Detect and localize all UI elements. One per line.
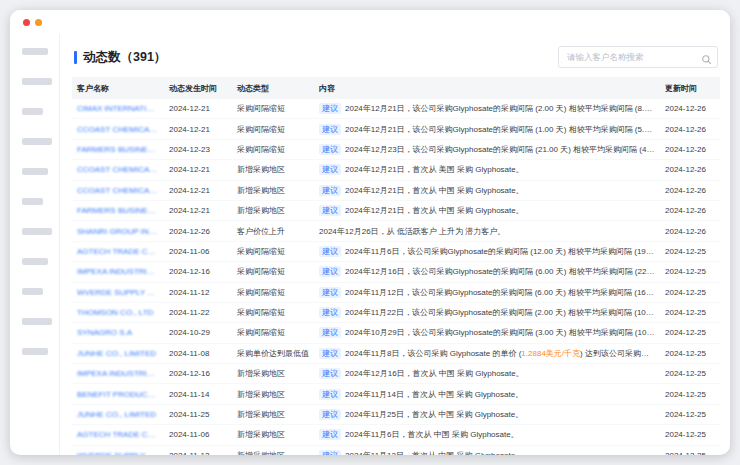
table-row: JUNHE CO., LIMITED 2024-11-25 新增采购地区 建议2… [72,405,720,425]
suggestion-badge: 建议 [319,205,341,216]
content-cell: 建议2024年12月23日，该公司采购Glyphosate的采购间隔 (21.0… [314,144,660,155]
sidebar-item[interactable] [22,198,43,205]
customer-link[interactable]: CCOAST CHEMICALS 3 LLC [72,186,164,195]
column-header-content: 内容 [314,83,660,94]
type-cell: 新增采购地区 [232,389,314,400]
type-cell: 新增采购地区 [232,164,314,175]
type-cell: 采购间隔缩短 [232,266,314,277]
content-cell: 建议2024年11月25日，首次从 中国 采购 Glyphosate。 [314,409,660,420]
occurred-cell: 2024-11-06 [164,247,232,256]
sidebar-item[interactable] [22,108,43,115]
content-cell: 建议2024年11月22日，该公司采购Glyphosate的采购间隔 (2.00… [314,307,660,318]
occurred-cell: 2024-12-21 [164,206,232,215]
customer-link[interactable]: SYNAGRO S.A [72,328,164,337]
updated-cell: 2024-12-25 [660,349,720,358]
customer-link[interactable]: JUNHE CO., LIMITED [72,410,164,419]
sidebar-item[interactable] [22,138,52,145]
type-cell: 新增采购地区 [232,368,314,379]
customer-link[interactable]: BENEFIT PRODUCTIO... [72,390,164,399]
suggestion-badge: 建议 [319,287,341,298]
updated-cell: 2024-12-26 [660,145,720,154]
content-cell: 建议2024年12月21日，首次从 美国 采购 Glyphosate。 [314,164,660,175]
customer-link[interactable]: AGTECH TRADE COMPA... [72,247,164,256]
occurred-cell: 2024-11-06 [164,430,232,439]
page-title: 动态数（391） [74,49,166,66]
content-cell: 建议2024年12月21日，首次从 中国 采购 Glyphosate。 [314,185,660,196]
occurred-cell: 2024-11-12 [164,451,232,455]
content-cell: 建议2024年12月21日，该公司采购Glyphosate的采购间隔 (2.00… [314,103,660,114]
customer-link[interactable]: JUNHE CO., LIMITED [72,349,164,358]
table-row: THOMSON CO., LTD 2024-11-22 采购间隔缩短 建议202… [72,303,720,323]
customer-link[interactable]: SHANRI GROUP INTER... [72,227,164,236]
sidebar-item[interactable] [22,318,52,325]
occurred-cell: 2024-12-21 [164,186,232,195]
type-cell: 新增采购地区 [232,205,314,216]
column-header-updated: 更新时间 [660,83,720,94]
main-content: 动态数（391） 客户名称 动态发生时间 动态类型 [60,34,730,455]
content-text: 2024年11月25日，首次从 中国 采购 Glyphosate。 [345,410,523,419]
content-text: 2024年11月6日，该公司采购Glyphosate的采购间隔 (12.00 天… [345,247,660,256]
customer-link[interactable]: THOMSON CO., LTD [72,308,164,317]
sidebar-item[interactable] [22,168,48,175]
sidebar-item[interactable] [22,78,52,85]
sidebar-item[interactable] [22,48,48,55]
content-text: 2024年12月16日，首次从 中国 采购 Glyphosate。 [345,369,524,378]
suggestion-badge: 建议 [319,164,341,175]
updated-cell: 2024-12-26 [660,206,720,215]
occurred-cell: 2024-10-29 [164,328,232,337]
content-cell: 建议2024年12月21日，首次从 中国 采购 Glyphosate。 [314,205,660,216]
type-cell: 采购间隔缩短 [232,144,314,155]
customer-link[interactable]: IMPEXA INDUSTRIAL STRA... [72,369,164,378]
content-text: 2024年12月21日，首次从 美国 采购 Glyphosate。 [345,165,524,174]
updated-cell: 2024-12-25 [660,410,720,419]
type-cell: 采购间隔缩短 [232,307,314,318]
occurred-cell: 2024-12-21 [164,104,232,113]
updated-cell: 2024-12-25 [660,308,720,317]
occurred-cell: 2024-12-16 [164,267,232,276]
customer-link[interactable]: FARMERS BUSINESS NET... [72,145,164,154]
customer-link[interactable]: IMPEXA INDUSTRIAL STRA... [72,267,164,276]
table-row: AGTECH TRADE COMPA... 2024-11-06 采购间隔缩短 … [72,242,720,262]
window-minimize-button[interactable] [35,19,42,26]
table-row: FARMERS BUSINESS NET... 2024-12-21 新增采购地… [72,201,720,221]
content-cell: 建议2024年11月12日，该公司采购Glyphosate的采购间隔 (6.00… [314,287,660,298]
dynamics-table: 客户名称 动态发生时间 动态类型 内容 更新时间 CIMAX INTERNATI… [72,77,720,455]
sidebar-item[interactable] [22,348,48,355]
content-cell: 建议2024年10月29日，该公司采购Glyphosate的采购间隔 (3.00… [314,327,660,338]
content-cell: 建议2024年12月21日，该公司采购Glyphosate的采购间隔 (1.00… [314,124,660,135]
table-body: CIMAX INTERNATIONAL L... 2024-12-21 采购间隔… [72,99,720,455]
table-row: WVERDE SUPPLY AGRIC... 2024-11-12 采购间隔缩短… [72,283,720,303]
customer-link[interactable]: FARMERS BUSINESS NET... [72,206,164,215]
occurred-cell: 2024-12-16 [164,369,232,378]
suggestion-badge: 建议 [319,327,341,338]
search-icon [701,51,712,62]
content-text: 2024年11月6日，首次从 中国 采购 Glyphosate。 [345,430,519,439]
customer-link[interactable]: WVERDE SUPPLY AGRIC... [72,288,164,297]
column-header-occurred: 动态发生时间 [164,83,232,94]
window-close-button[interactable] [23,19,30,26]
customer-link[interactable]: CCOAST CHEMICALS 3 LLC [72,125,164,134]
customer-link[interactable]: WVERDE SUPPLY AGRIC... [72,451,164,455]
type-cell: 采购间隔缩短 [232,103,314,114]
sidebar-item[interactable] [22,228,52,235]
table-header-row: 客户名称 动态发生时间 动态类型 内容 更新时间 [72,77,720,99]
suggestion-badge: 建议 [319,348,341,359]
customer-link[interactable]: CCOAST CHEMICALS 3 LLC [72,165,164,174]
updated-cell: 2024-12-26 [660,125,720,134]
customer-link[interactable]: CIMAX INTERNATIONAL L... [72,104,164,113]
content-cell: 建议2024年11月6日，首次从 中国 采购 Glyphosate。 [314,429,660,440]
content-text: 2024年11月14日，首次从 中国 采购 Glyphosate。 [345,390,523,399]
table-row: WVERDE SUPPLY AGRIC... 2024-11-12 新增采购地区… [72,446,720,455]
occurred-cell: 2024-11-08 [164,349,232,358]
content-text: 2024年10月29日，该公司采购Glyphosate的采购间隔 (3.00 天… [345,328,660,337]
table-row: CCOAST CHEMICALS 3 LLC 2024-12-21 新增采购地区… [72,160,720,180]
customer-link[interactable]: AGTECH TRADE COMPA... [72,430,164,439]
suggestion-badge: 建议 [319,307,341,318]
search-input[interactable] [558,46,718,68]
sidebar-item[interactable] [22,288,43,295]
sidebar [10,34,60,455]
suggestion-badge: 建议 [319,429,341,440]
sidebar-item[interactable] [22,258,48,265]
occurred-cell: 2024-12-21 [164,125,232,134]
occurred-cell: 2024-11-12 [164,288,232,297]
